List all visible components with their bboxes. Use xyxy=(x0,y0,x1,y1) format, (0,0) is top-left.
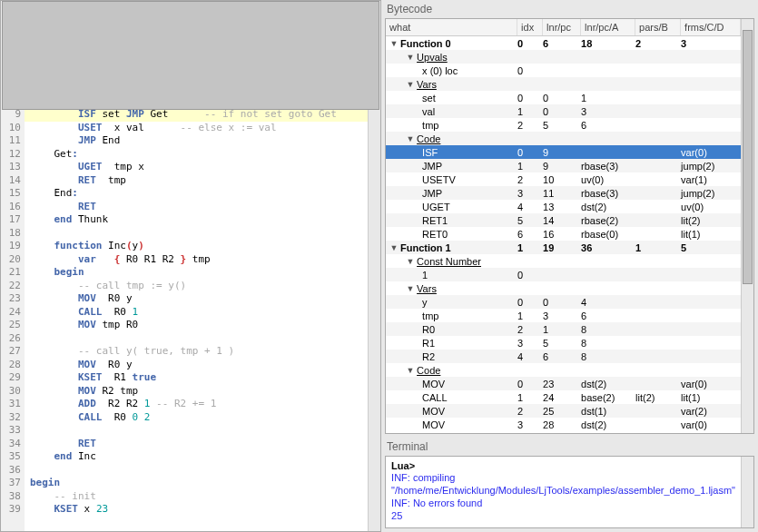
expand-icon[interactable]: ▼ xyxy=(406,284,415,293)
code-line[interactable]: ISF set JMP Get -- if not set goto Get xyxy=(25,108,368,122)
expand-icon[interactable]: ▼ xyxy=(406,257,415,266)
code-line[interactable]: MOV tmp R0 xyxy=(25,319,368,332)
code-line[interactable]: end Inc xyxy=(25,450,368,464)
bytecode-row[interactable]: JMP311rbase(3)jump(2) xyxy=(386,186,741,200)
code-line[interactable]: UGET tmp x xyxy=(25,161,368,174)
terminal-title: Terminal xyxy=(381,438,758,456)
code-editor[interactable]: 1234567891011121314151617181920212223242… xyxy=(0,0,381,532)
bytecode-row[interactable]: x (0) loc0 xyxy=(386,64,741,77)
bytecode-row[interactable]: ▼Code xyxy=(386,363,741,377)
bytecode-row[interactable]: set001 xyxy=(386,91,741,104)
code-line[interactable]: CALL R0 1 xyxy=(25,306,368,320)
bytecode-row[interactable]: MOV328dst(2)var(0) xyxy=(386,418,741,431)
bytecode-tree[interactable]: ▼Function 0061823▼Upvalsx (0) loc0▼Varss… xyxy=(386,36,741,433)
code-line[interactable]: MOV R2 tmp xyxy=(25,385,368,399)
code-line[interactable]: function Inc(y) xyxy=(25,240,368,253)
code-line[interactable]: JMP End xyxy=(25,134,368,148)
bytecode-row[interactable]: UGET413dst(2)uv(0) xyxy=(386,200,741,213)
bytecode-title: Bytecode xyxy=(381,0,758,18)
code-line[interactable]: RET xyxy=(25,201,368,214)
code-line[interactable]: End: xyxy=(25,187,368,201)
terminal-line: INF: compiling "/home/me/Entwicklung/Mod… xyxy=(391,471,735,497)
editor-scrollbar[interactable] xyxy=(368,1,380,531)
bytecode-row[interactable]: R2468 xyxy=(386,350,741,363)
bytecode-row[interactable]: CALL124base(2)lit(2)lit(1) xyxy=(386,390,741,404)
code-line[interactable]: CALL R0 0 2 xyxy=(25,411,368,425)
code-line[interactable]: KSET x 23 xyxy=(25,503,368,517)
bytecode-row[interactable]: ▼Vars xyxy=(386,77,741,91)
code-line[interactable]: RET xyxy=(25,438,368,451)
bytecode-row[interactable]: ▼Vars xyxy=(386,281,741,295)
code-line[interactable]: Get: xyxy=(25,148,368,162)
bytecode-row[interactable]: USETV210uv(0)var(1) xyxy=(386,172,741,186)
bytecode-panel: what idx lnr/pc lnr/pc/A pars/B frms/C/D… xyxy=(385,18,754,434)
code-line[interactable]: ADD R2 R2 1 -- R2 += 1 xyxy=(25,398,368,411)
terminal-prompt: Lua> xyxy=(391,460,415,471)
code-line[interactable]: MOV R0 y xyxy=(25,359,368,372)
expand-icon[interactable]: ▼ xyxy=(406,134,415,143)
bytecode-row[interactable]: val103 xyxy=(386,104,741,118)
terminal-line: INF: No errors found xyxy=(391,497,735,509)
code-line[interactable]: USET x val -- else x := val xyxy=(25,122,368,135)
code-line[interactable] xyxy=(25,464,368,478)
bytecode-row[interactable]: ▼Function 11193615 xyxy=(386,241,741,254)
code-line[interactable]: begin xyxy=(25,477,368,490)
bytecode-row[interactable]: tmp256 xyxy=(386,118,741,132)
bytecode-row[interactable]: R0218 xyxy=(386,322,741,336)
expand-icon[interactable]: ▼ xyxy=(406,53,415,62)
bytecode-row[interactable]: y004 xyxy=(386,295,741,309)
bytecode-row[interactable]: MOV225dst(1)var(2) xyxy=(386,404,741,418)
code-line[interactable] xyxy=(25,227,368,241)
bytecode-row[interactable]: ▼Function 0061823 xyxy=(386,36,741,50)
bytecode-row[interactable]: RET1514rbase(2)lit(2) xyxy=(386,213,741,227)
expand-icon[interactable]: ▼ xyxy=(389,243,399,252)
bytecode-row[interactable]: 10 xyxy=(386,268,741,281)
bytecode-scrollbar[interactable] xyxy=(741,19,753,433)
code-line[interactable]: var { R0 R1 R2 } tmp xyxy=(25,253,368,267)
expand-icon[interactable]: ▼ xyxy=(406,366,415,375)
bytecode-row[interactable]: tmp136 xyxy=(386,309,741,322)
bytecode-header: what idx lnr/pc lnr/pc/A pars/B frms/C/D xyxy=(386,19,741,36)
code-line[interactable]: end Thunk xyxy=(25,213,368,227)
bytecode-row[interactable]: MOV023dst(2)var(0) xyxy=(386,377,741,390)
terminal-panel: Lua> INF: compiling "/home/me/Entwicklun… xyxy=(385,456,754,528)
code-line[interactable] xyxy=(25,424,368,438)
bytecode-row[interactable]: ▼Upvals xyxy=(386,50,741,64)
bytecode-row[interactable]: RET0616rbase(0)lit(1) xyxy=(386,227,741,241)
code-line[interactable]: KSET R1 true xyxy=(25,371,368,385)
bytecode-row[interactable]: JMP19rbase(3)jump(2) xyxy=(386,159,741,172)
code-line[interactable]: RET tmp xyxy=(25,174,368,188)
expand-icon[interactable]: ▼ xyxy=(406,80,415,89)
bytecode-row[interactable]: R1358 xyxy=(386,336,741,350)
code-line[interactable]: -- call tmp := y() xyxy=(25,280,368,293)
code-line[interactable]: MOV R0 y xyxy=(25,292,368,306)
code-line[interactable]: -- init xyxy=(25,490,368,504)
code-line[interactable]: -- call y( true, tmp + 1 ) xyxy=(25,345,368,359)
code-line[interactable]: begin xyxy=(25,266,368,280)
terminal-output[interactable]: Lua> INF: compiling "/home/me/Entwicklun… xyxy=(386,457,741,527)
terminal-line: 25 xyxy=(391,509,735,522)
bytecode-row[interactable]: ▼Const Number xyxy=(386,254,741,268)
bytecode-row[interactable]: ISF09var(0) xyxy=(386,145,741,159)
code-line[interactable] xyxy=(25,332,368,346)
bytecode-row[interactable]: ▼Code xyxy=(386,132,741,145)
terminal-scrollbar[interactable] xyxy=(741,457,753,527)
expand-icon[interactable]: ▼ xyxy=(389,39,399,48)
